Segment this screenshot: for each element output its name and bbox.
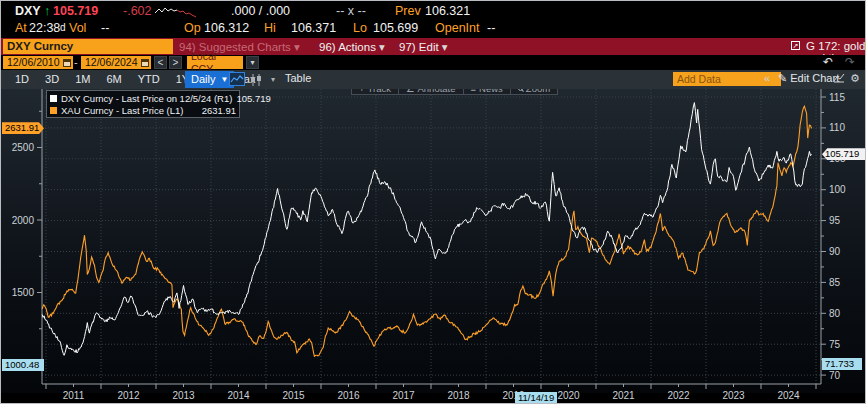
range-button-3d[interactable]: 3D [37, 70, 67, 89]
dropdown-caret-icon: ▾ [294, 41, 300, 53]
security-title-bar: DXY Curncy 94) Suggested Charts ▾ 96) Ac… [1, 38, 866, 55]
svg-text:2013: 2013 [172, 390, 195, 401]
actions-menu[interactable]: 96) Actions ▾ [319, 40, 385, 54]
shift-range-back-button[interactable]: < [154, 56, 167, 69]
last-price: 105.719 [53, 4, 98, 18]
undo-icon[interactable]: ↶ [823, 55, 833, 69]
gear-icon[interactable]: ⚙ [850, 72, 860, 85]
svg-text:2022: 2022 [667, 390, 690, 401]
svg-text:2020: 2020 [557, 390, 580, 401]
prev-value: 106.321 [425, 4, 470, 18]
low-label: Lo [353, 21, 367, 35]
legend-row-xau[interactable]: XAU Curncy - Last Price (L1) 2631.91 [50, 104, 236, 116]
at-label: At [15, 21, 27, 35]
svg-text:80: 80 [829, 308, 841, 319]
detach-window-icon[interactable]: ↘ [846, 8, 855, 17]
svg-text:2012: 2012 [117, 390, 140, 401]
svg-text:2017: 2017 [392, 390, 415, 401]
svg-text:2023: 2023 [722, 390, 745, 401]
periodicity-select[interactable]: Daily▼ [185, 71, 234, 88]
svg-text:2019: 2019 [502, 390, 525, 401]
currency-select[interactable]: Local CCY [187, 56, 243, 69]
svg-text:70: 70 [829, 370, 841, 381]
svg-text:2500: 2500 [12, 142, 35, 153]
svg-text:2021: 2021 [612, 390, 635, 401]
date-range-bar: 12/06/2010 - 12/06/2024 < > Local CCY ▾ … [1, 55, 866, 70]
svg-text:85: 85 [829, 277, 841, 288]
security-input[interactable]: DXY Curncy [3, 39, 173, 54]
svg-text:90: 90 [829, 246, 841, 257]
legend-label: DXY Curncy - Last Price on 12/5/24 (R1) [61, 93, 232, 104]
bloomberg-terminal-window: 1500200025007075808590951001051101152011… [0, 0, 866, 404]
chart-toolbar: 1D3D1M6MYTD1Y5YMax Daily▼ ▾ Table Add Da… [1, 70, 866, 89]
open-label: Op [184, 21, 201, 35]
svg-text:2015: 2015 [282, 390, 305, 401]
legend-value: 105.719 [236, 93, 270, 104]
quote-time: 22:38 [29, 21, 60, 35]
svg-text:2000: 2000 [12, 215, 35, 226]
dropdown-caret-icon: ▾ [379, 41, 385, 53]
legend-label: XAU Curncy - Last Price (L1) [61, 105, 183, 116]
svg-text:1500: 1500 [12, 287, 35, 298]
edit-chart-button[interactable]: ✎ Edit Chart [778, 72, 839, 85]
legend-row-dxy[interactable]: DXY Curncy - Last Price on 12/5/24 (R1) … [50, 92, 236, 104]
candle-chart-type-button[interactable] [249, 72, 263, 87]
pencil-icon: ✎ [778, 72, 787, 84]
dxy-swatch-icon [50, 95, 57, 102]
table-button[interactable]: Table [285, 72, 311, 84]
range-button-6m[interactable]: 6M [98, 70, 129, 89]
calendar-icon[interactable] [141, 59, 149, 67]
range-button-1m[interactable]: 1M [67, 70, 98, 89]
svg-text:2018: 2018 [447, 390, 470, 401]
prev-label: Prev [395, 4, 421, 18]
price-change: -.602 [123, 4, 152, 18]
end-date-input[interactable]: 12/06/2024 [81, 56, 151, 69]
high-label: Hi [264, 21, 276, 35]
dropdown-caret-icon: ▾ [442, 41, 448, 53]
chart-type-caret-button[interactable]: ▾ [267, 72, 279, 87]
bid-ask: .000 / .000 [231, 4, 290, 18]
open-value: 106.312 [204, 21, 249, 35]
svg-text:2011: 2011 [63, 390, 85, 401]
vol-value: -- [101, 21, 109, 35]
chart-background [1, 89, 866, 404]
svg-text:2014: 2014 [227, 390, 250, 401]
line-chart-type-button[interactable] [229, 72, 245, 86]
svg-text:100: 100 [829, 184, 846, 195]
uptick-arrow-icon: ↑ [44, 4, 50, 18]
svg-text:95: 95 [829, 215, 841, 226]
edit-menu[interactable]: 97) Edit ▾ [399, 40, 448, 54]
dropdown-caret-icon: ▼ [220, 71, 228, 88]
collapse-panel-icon[interactable]: « [764, 72, 770, 84]
bid-ask-size: -- x -- [336, 4, 366, 18]
svg-text:105: 105 [829, 153, 846, 164]
chart-settings-icon[interactable] [833, 72, 845, 85]
legend-value: 2631.91 [202, 105, 236, 116]
calendar-icon[interactable] [63, 59, 71, 67]
delay-flag: d [60, 22, 66, 33]
high-value: 106.371 [291, 21, 336, 35]
ticker-symbol: DXY [15, 4, 41, 18]
shift-range-forward-button[interactable]: > [169, 56, 182, 69]
chart-legend: DXY Curncy - Last Price on 12/5/24 (R1) … [46, 90, 240, 118]
range-button-1d[interactable]: 1D [7, 70, 37, 89]
intraday-sparkline [154, 5, 198, 19]
xau-swatch-icon [50, 107, 57, 114]
svg-text:75: 75 [829, 339, 841, 350]
currency-caret-button[interactable]: ▾ [246, 56, 259, 69]
vol-label: Vol [69, 21, 86, 35]
start-date-input[interactable]: 12/06/2010 [3, 56, 73, 69]
openint-value: -- [487, 21, 495, 35]
date-separator: - [74, 56, 78, 68]
svg-text:2024: 2024 [777, 390, 800, 401]
export-icon[interactable]: ↗ [791, 41, 800, 50]
low-value: 105.699 [373, 21, 418, 35]
ticker-panel: DXY ↑ 105.719 -.602 .000 / .000 -- x -- … [1, 1, 866, 38]
svg-text:110: 110 [829, 122, 845, 133]
svg-text:115: 115 [829, 92, 845, 103]
range-button-ytd[interactable]: YTD [130, 70, 168, 89]
openint-label: OpenInt [435, 21, 479, 35]
redo-icon[interactable]: ↷ [845, 55, 855, 69]
svg-text:2016: 2016 [337, 390, 360, 401]
